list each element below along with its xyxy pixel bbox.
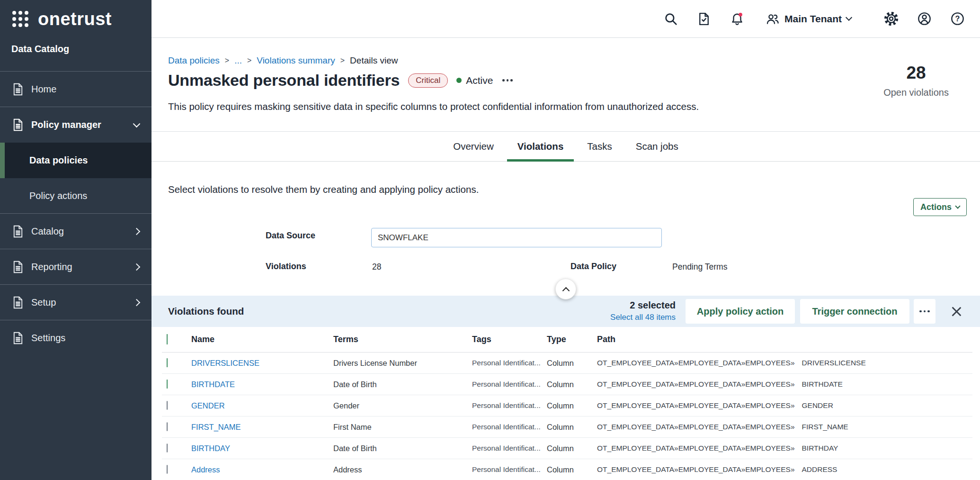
path-prefix: OT_EMPLOYEE_DATA»EMPLOYEE_DATA»EMPLOYEES… [597, 380, 795, 389]
tab-violations[interactable]: Violations [517, 132, 564, 161]
tenant-switcher[interactable]: Main Tenant [766, 12, 851, 26]
account-icon[interactable] [917, 11, 932, 27]
sidebar: onetrust Data Catalog Home Policy manage… [0, 0, 151, 480]
selected-count: 2 selected [610, 300, 676, 311]
path-leaf: FIRST_NAME [802, 423, 848, 431]
select-all-link[interactable]: Select all 48 items [610, 313, 676, 322]
table-row: Address Address Personal Identificat... … [162, 459, 972, 480]
sidebar-item-reporting[interactable]: Reporting [0, 249, 151, 285]
path-leaf: BIRTHDATE [802, 380, 843, 389]
data-policy-label: Data Policy [570, 262, 616, 272]
data-source-input[interactable] [371, 228, 662, 247]
sidebar-item-home[interactable]: Home [0, 72, 151, 107]
sidebar-item-label: Setup [31, 297, 56, 308]
tags-cell: Personal Identificat... [467, 444, 542, 453]
terms-cell: Date of Birth [329, 444, 467, 453]
row-checkbox[interactable] [167, 380, 168, 389]
column-header-path: Path [592, 335, 972, 344]
sidebar-item-settings[interactable]: Settings [0, 320, 151, 356]
path-prefix: OT_EMPLOYEE_DATA»EMPLOYEE_DATA»EMPLOYEES… [597, 359, 795, 367]
violation-name-link[interactable]: BIRTHDAY [187, 444, 329, 453]
breadcrumb-separator: > [340, 56, 345, 65]
breadcrumb-separator: > [225, 56, 229, 65]
chevron-up-icon [562, 287, 570, 294]
violations-found-title: Violations found [168, 296, 244, 327]
help-icon[interactable]: ? [950, 11, 965, 27]
path-leaf: GENDER [802, 401, 833, 410]
sidebar-item-label: Reporting [31, 262, 72, 272]
terms-cell: Drivers License Number [329, 359, 467, 368]
actions-button[interactable]: Actions [913, 198, 967, 216]
status-dot-icon [456, 78, 462, 83]
sidebar-item-data-policies[interactable]: Data policies [0, 143, 151, 178]
breadcrumb-violations-summary[interactable]: Violations summary [257, 55, 335, 66]
more-actions-kebab-button[interactable] [914, 299, 935, 324]
tags-cell: Personal Identificat... [467, 359, 542, 367]
chevron-right-icon [133, 263, 141, 271]
document-icon [12, 118, 24, 131]
path-prefix: OT_EMPLOYEE_DATA»EMPLOYEE_DATA»EMPLOYEES… [597, 465, 795, 474]
sidebar-item-setup[interactable]: Setup [0, 285, 151, 320]
chevron-right-icon [133, 299, 141, 306]
trigger-connection-button[interactable]: Trigger connection [800, 299, 909, 324]
row-checkbox[interactable] [167, 465, 168, 474]
tags-cell: Personal Identificat... [467, 380, 542, 389]
tab-tasks[interactable]: Tasks [587, 132, 612, 161]
path-leaf: BIRTHDAY [802, 444, 838, 453]
notifications-bell-icon[interactable] [730, 11, 745, 27]
sidebar-item-catalog[interactable]: Catalog [0, 214, 151, 249]
instruction-text: Select violations to resolve them by cre… [168, 184, 479, 195]
data-policy-value: Pending Terms [672, 262, 727, 272]
path-prefix: OT_EMPLOYEE_DATA»EMPLOYEE_DATA»EMPLOYEES… [597, 423, 795, 431]
type-cell: Column [542, 423, 592, 432]
terms-cell: Address [329, 465, 467, 474]
path-cell: OT_EMPLOYEE_DATA»EMPLOYEE_DATA»EMPLOYEES… [592, 380, 972, 389]
sidebar-item-label: Catalog [31, 226, 64, 237]
violation-name-link[interactable]: BIRTHDATE [187, 380, 329, 389]
product-label: Data Catalog [0, 38, 151, 71]
tags-cell: Personal Identificat... [467, 401, 542, 410]
row-checkbox[interactable] [167, 358, 168, 367]
title-kebab-menu-icon[interactable] [501, 77, 514, 83]
apply-policy-action-button[interactable]: Apply policy action [686, 299, 795, 324]
chevron-down-icon [846, 14, 852, 21]
path-cell: OT_EMPLOYEE_DATA»EMPLOYEE_DATA»EMPLOYEES… [592, 465, 972, 474]
open-violations-count: 28 [906, 63, 926, 83]
tags-cell: Personal Identificat... [467, 423, 542, 431]
violation-name-link[interactable]: Address [187, 465, 329, 474]
onetrust-logo: onetrust [38, 10, 112, 28]
column-header-terms: Terms [329, 335, 467, 344]
row-checkbox[interactable] [167, 401, 168, 410]
violation-name-link[interactable]: DRIVERSLICENSE [187, 359, 329, 368]
sidebar-item-policy-manager[interactable]: Policy manager [0, 107, 151, 143]
row-checkbox[interactable] [167, 444, 168, 453]
sidebar-item-policy-actions[interactable]: Policy actions [0, 178, 151, 214]
document-check-icon[interactable] [696, 11, 712, 27]
settings-gear-icon[interactable] [883, 11, 899, 27]
status: Active [456, 75, 493, 86]
tags-cell: Personal Identificat... [467, 465, 542, 474]
collapse-filters-button[interactable] [555, 279, 576, 299]
close-icon[interactable] [951, 306, 962, 317]
sidebar-item-label: Policy manager [31, 119, 101, 130]
sidebar-item-label: Home [31, 84, 56, 95]
breadcrumb-ellipsis[interactable]: ... [234, 55, 242, 66]
document-icon [12, 332, 24, 344]
tab-scan-jobs[interactable]: Scan jobs [636, 132, 678, 161]
app-launcher-icon[interactable] [12, 11, 28, 27]
search-icon[interactable] [663, 11, 678, 27]
breadcrumb-data-policies[interactable]: Data policies [168, 55, 220, 66]
selection-summary: 2 selected Select all 48 items [610, 300, 676, 322]
terms-cell: Date of Birth [329, 380, 467, 389]
document-icon [12, 261, 24, 273]
severity-badge: Critical [408, 73, 448, 88]
table-row: BIRTHDATE Date of Birth Personal Identif… [162, 374, 972, 395]
select-all-checkbox[interactable] [167, 334, 168, 344]
tab-overview[interactable]: Overview [453, 132, 493, 161]
data-source-label: Data Source [266, 231, 315, 241]
column-header-tags: Tags [467, 335, 542, 344]
row-checkbox[interactable] [167, 422, 168, 431]
open-violations-label: Open violations [883, 87, 949, 98]
violation-name-link[interactable]: FIRST_NAME [187, 423, 329, 432]
violation-name-link[interactable]: GENDER [187, 401, 329, 410]
